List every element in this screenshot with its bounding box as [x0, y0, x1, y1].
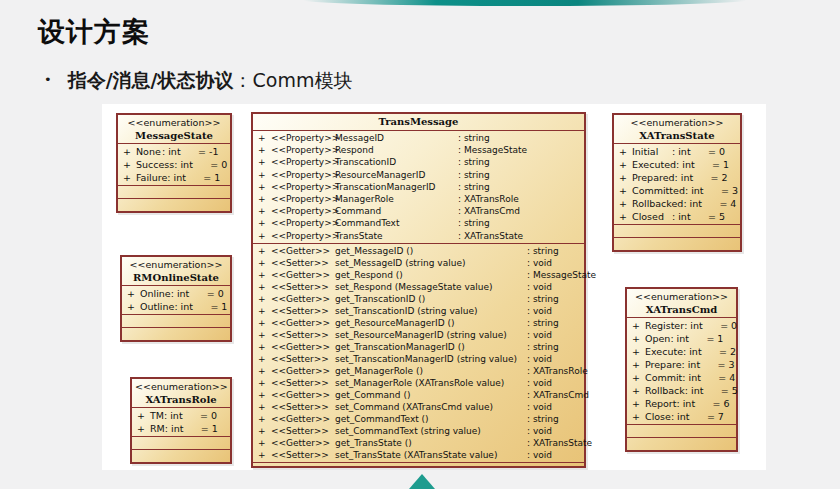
- cell-stereotype: <<Setter>>: [271, 281, 335, 293]
- cell-name: ManagerRole: [335, 193, 458, 205]
- cell-vis: +: [137, 409, 150, 422]
- cell-stereotype: <<Setter>>: [271, 353, 335, 365]
- cell-value: = 0: [708, 145, 735, 158]
- cell-type: : string: [458, 156, 579, 168]
- cell-vis: +: [258, 132, 271, 144]
- cell-type: : int: [683, 345, 719, 358]
- table-row: +Success: int= 0: [118, 158, 230, 171]
- bullet-line: •指令/消息/状态协议：Comm模块: [44, 68, 352, 94]
- table-row: +Executed: int= 1: [614, 158, 740, 171]
- uml-enum-rmonlinestate: <<enumeration>> RMOnlineState +Online: i…: [120, 255, 232, 342]
- cell-value: = 0: [210, 158, 237, 171]
- table-row: +<<Property>>ManagerRole: XATransRole: [253, 193, 584, 205]
- cell-stereotype: <<Setter>>: [271, 329, 335, 341]
- cell-type: : int: [164, 409, 200, 422]
- cell-name: Register: [645, 319, 684, 332]
- table-row: +<<Getter>>get_Respond (): MessageState: [253, 269, 584, 281]
- cell-name: Online: [140, 287, 171, 300]
- empty-compartment: [122, 314, 230, 327]
- cell-vis: +: [137, 422, 150, 435]
- table-row: +Online: int= 0: [122, 287, 230, 300]
- cell-name: Failure: [136, 171, 167, 184]
- scroll-up-triangle-icon[interactable]: [409, 474, 435, 489]
- cell-vis: +: [632, 345, 645, 358]
- cell-name: Initial: [632, 145, 672, 158]
- uml-class-transmessage: TransMessage +<<Property>>MessageID: str…: [251, 112, 586, 468]
- cell-vis: +: [258, 230, 271, 242]
- enum-attributes: +Online: int= 0+Outline: int= 1: [122, 285, 230, 314]
- enum-name: XATransRole: [135, 393, 227, 406]
- table-row: +Execute: int= 2: [627, 345, 736, 358]
- cell-vis: +: [258, 193, 271, 205]
- cell-stereotype: <<Property>>: [271, 181, 335, 193]
- cell-type: : int: [685, 384, 721, 397]
- enum-name: XATransState: [617, 129, 737, 142]
- cell-vis: +: [258, 377, 271, 389]
- cell-vis: +: [619, 197, 632, 210]
- cell-name: Prepared: [632, 171, 675, 184]
- top-accent-ribbon: [303, 0, 747, 6]
- uml-enum-xatransstate: <<enumeration>> XATransState +Initial: i…: [612, 113, 742, 252]
- cell-vis: +: [632, 371, 645, 384]
- table-row: +<<Property>>TranscationManagerID: strin…: [253, 181, 584, 193]
- cell-type: : int: [171, 287, 207, 300]
- cell-vis: +: [258, 156, 271, 168]
- cell-name: TransState: [335, 230, 458, 242]
- cell-value: = 1: [210, 300, 237, 313]
- cell-type: : int: [174, 158, 210, 171]
- cell-type: : int: [672, 145, 708, 158]
- cell-vis: +: [258, 425, 271, 437]
- empty-compartment: [132, 449, 230, 462]
- enum-name: RMOnlineState: [125, 271, 227, 284]
- cell-stereotype: <<Property>>: [271, 230, 335, 242]
- cell-vis: +: [619, 171, 632, 184]
- cell-type: : XATransCmd: [458, 205, 579, 217]
- cell-stereotype: <<Property>>: [271, 205, 335, 217]
- cell-value: = 3: [721, 184, 748, 197]
- cell-signature: get_CommandText (): [335, 413, 527, 425]
- cell-name: Respond: [335, 144, 458, 156]
- cell-signature: set_TransState (XATransState value): [335, 449, 527, 461]
- table-row: +Closed: int= 5: [614, 210, 740, 223]
- enum-attributes: +Initial: int= 0+Executed: int= 1+Prepar…: [614, 143, 740, 224]
- cell-value: = 1: [706, 332, 733, 345]
- cell-vis: +: [258, 353, 271, 365]
- cell-value: = 0: [207, 287, 234, 300]
- table-row: +Register: int= 0: [627, 319, 736, 332]
- table-row: +Outline: int= 1: [122, 300, 230, 313]
- table-row: +<<Setter>>set_TranscationID (string val…: [253, 305, 584, 317]
- bullet-bold-text: 指令/消息/状态协议: [68, 69, 234, 91]
- enum-name: XATransCmd: [630, 303, 733, 316]
- cell-signature: get_MessageID (): [335, 245, 527, 257]
- enum-stereotype: <<enumeration>>: [630, 290, 733, 303]
- cell-stereotype: <<Getter>>: [271, 365, 335, 377]
- cell-vis: +: [258, 341, 271, 353]
- cell-signature: get_TranscationManagerID (): [335, 341, 527, 353]
- cell-vis: +: [258, 169, 271, 181]
- empty-compartment: [614, 224, 740, 237]
- table-row: +<<Property>>MessageID: string: [253, 132, 584, 144]
- cell-stereotype: <<Getter>>: [271, 245, 335, 257]
- cell-type: : void: [527, 257, 579, 269]
- table-row: +<<Setter>>set_Respond (MessageState val…: [253, 281, 584, 293]
- cell-type: : void: [527, 329, 579, 341]
- cell-vis: +: [258, 245, 271, 257]
- cell-stereotype: <<Property>>: [271, 156, 335, 168]
- cell-stereotype: <<Setter>>: [271, 425, 335, 437]
- cell-type: : int: [683, 197, 719, 210]
- table-row: +Committed: int= 3: [614, 184, 740, 197]
- cell-vis: +: [123, 158, 136, 171]
- cell-vis: +: [258, 365, 271, 377]
- cell-name: None: [136, 145, 162, 158]
- table-row: +<<Getter>>get_TransState (): XATransSta…: [253, 437, 584, 449]
- table-row: +Initial: int= 0: [614, 145, 740, 158]
- cell-type: : void: [527, 425, 579, 437]
- table-row: +Rollbacked: int= 4: [614, 197, 740, 210]
- cell-value: = 7: [707, 410, 734, 423]
- cell-type: : string: [527, 413, 579, 425]
- empty-compartment: [118, 198, 230, 211]
- table-row: +Prepared: int= 2: [614, 171, 740, 184]
- cell-type: : string: [458, 181, 579, 193]
- class-name: TransMessage: [253, 114, 584, 130]
- cell-type: : int: [684, 319, 720, 332]
